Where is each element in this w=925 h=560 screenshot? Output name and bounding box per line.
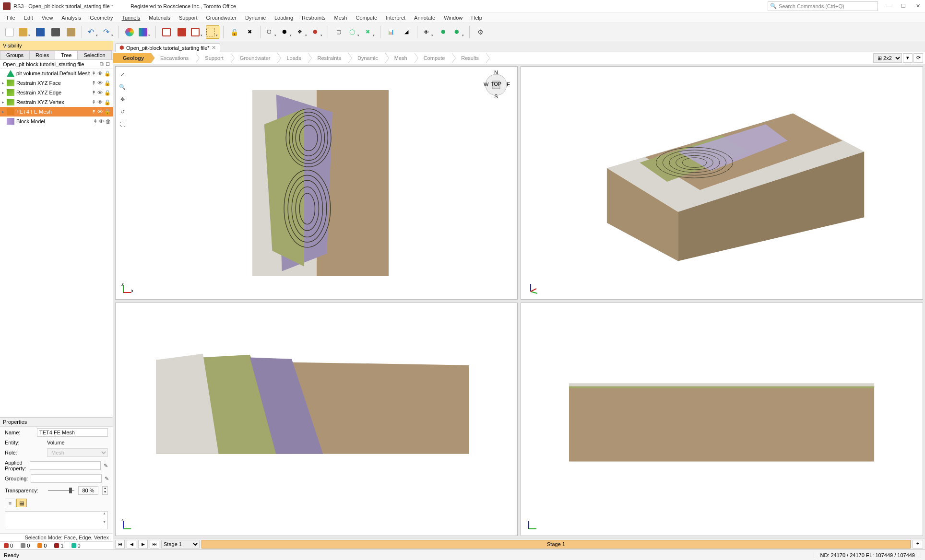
menu-restraints[interactable]: Restraints (298, 14, 330, 22)
list-view-toggle[interactable]: ≡ (5, 499, 15, 507)
tab-selection[interactable]: Selection (77, 50, 111, 59)
hex-2-button[interactable]: ⬢ (280, 25, 293, 39)
red-hex-button[interactable]: ⬢ (310, 25, 324, 39)
cube-solid-button[interactable] (175, 25, 189, 39)
tab-tree[interactable]: Tree (55, 50, 78, 59)
copy-icon[interactable]: ⧉ (100, 61, 104, 67)
menu-compute[interactable]: Compute (352, 14, 381, 22)
wf-compute[interactable]: Compute (414, 53, 452, 63)
menu-annotate[interactable]: Annotate (410, 14, 439, 22)
wf-restraints[interactable]: Restraints (308, 53, 348, 63)
minimize-button[interactable]: — (882, 0, 896, 12)
tree-item[interactable]: Block Model↟👁🗑 (0, 117, 113, 126)
compass-widget[interactable]: TOP N S W E (482, 70, 510, 99)
menu-interpret[interactable]: Interpret (382, 14, 409, 22)
remove-sel-button[interactable]: ✖ (243, 25, 256, 39)
stage-first-button[interactable]: ⏮ (115, 540, 125, 548)
stage-next-button[interactable]: ▶ (138, 540, 148, 548)
lock-sel-button[interactable]: 🔒 (227, 25, 241, 39)
tilt-button[interactable]: ◢ (400, 25, 413, 39)
hex-1-button[interactable]: ⬡ (264, 25, 278, 39)
cube-g2-button[interactable]: ⬢ (452, 25, 465, 39)
name-input[interactable] (37, 428, 108, 437)
menu-tunnels[interactable]: Tunnels (118, 14, 144, 22)
menu-analysis[interactable]: Analysis (58, 14, 85, 22)
wf-loads[interactable]: Loads (277, 53, 308, 63)
extent-icon[interactable]: ⛶ (118, 119, 127, 129)
x-button[interactable]: ✖ (363, 25, 376, 39)
menu-geometry[interactable]: Geometry (86, 14, 117, 22)
tree-item[interactable]: pit volume-tutorial.Default.Mesh↟👁🔒 (0, 69, 113, 78)
viewport-top[interactable]: ⤢ 🔍 ✥ ↺ ⛶ (115, 66, 518, 300)
wf-excavations[interactable]: Excavations (151, 53, 195, 63)
wf-groundwater[interactable]: Groundwater (230, 53, 277, 63)
box-button[interactable]: ▢ (332, 25, 345, 39)
menu-edit[interactable]: Edit (20, 14, 37, 22)
menu-window[interactable]: Window (440, 14, 466, 22)
viewport-section-1[interactable]: z (115, 303, 518, 536)
viewport-layout-select[interactable]: ⊞ 2x2 (873, 53, 902, 63)
gradient-button[interactable] (138, 25, 152, 39)
document-tab[interactable]: ⬢ Open_pit-block tutorial_starting file*… (115, 43, 220, 52)
zoom-fit-icon[interactable]: ⤢ (118, 70, 127, 79)
rotate-icon[interactable]: ↺ (118, 107, 127, 117)
wf-support[interactable]: Support (195, 53, 230, 63)
transparency-slider[interactable] (48, 490, 74, 491)
open-button[interactable] (18, 25, 32, 39)
eye-button[interactable]: 👁 (421, 25, 435, 39)
add-stage-button[interactable]: + (913, 540, 923, 548)
menu-help[interactable]: Help (467, 14, 486, 22)
new-file-button[interactable] (3, 25, 16, 39)
wf-results[interactable]: Results (451, 53, 486, 63)
save-button[interactable] (34, 25, 47, 39)
stage-select[interactable]: Stage 1 (161, 540, 200, 548)
zoom-icon[interactable]: 🔍 (118, 82, 127, 92)
menu-dynamic[interactable]: Dynamic (241, 14, 270, 22)
menu-loading[interactable]: Loading (271, 14, 297, 22)
add-green-button[interactable]: ◯ (347, 25, 361, 39)
chart-button[interactable]: 📊 (384, 25, 398, 39)
refresh-button[interactable]: ⟳ (913, 53, 923, 63)
stage-bar[interactable]: Stage 1 (202, 540, 911, 548)
menu-view[interactable]: View (38, 14, 57, 22)
redo-button[interactable]: ↷ (101, 25, 115, 39)
maximize-button[interactable]: ☐ (896, 0, 911, 12)
color-palette-button[interactable] (123, 25, 136, 39)
command-search[interactable]: 🔍 Search Commands (Ctrl+Q) (768, 1, 878, 11)
edit-grouping-icon[interactable]: ✎ (105, 476, 109, 482)
cube-open-button[interactable] (190, 25, 204, 39)
stage-last-button[interactable]: ⏭ (150, 540, 159, 548)
applied-property-input[interactable] (30, 461, 101, 470)
print-button[interactable] (49, 25, 62, 39)
expand-icon[interactable]: ⊟ (106, 61, 110, 67)
menu-groundwater[interactable]: Groundwater (202, 14, 241, 22)
card-view-toggle[interactable]: ▤ (16, 499, 27, 507)
tree-item[interactable]: ▸Restrain XYZ Edge↟👁🔒 (0, 88, 113, 97)
close-button[interactable]: ✕ (911, 0, 925, 12)
grouping-input[interactable] (31, 474, 102, 483)
menu-materials[interactable]: Materials (145, 14, 174, 22)
undo-button[interactable]: ↶ (86, 25, 99, 39)
clipboard-button[interactable] (64, 25, 78, 39)
menu-support[interactable]: Support (175, 14, 202, 22)
tab-roles[interactable]: Roles (29, 50, 55, 59)
cube-wire-button[interactable] (160, 25, 173, 39)
tree-item[interactable]: ▸TET4 FE Mesh↟👁🔒 (0, 107, 113, 117)
gear-button[interactable]: ⚙ (474, 25, 487, 39)
viewport-iso[interactable] (521, 66, 923, 300)
select-button[interactable] (206, 25, 219, 39)
wf-geology[interactable]: Geology (113, 53, 151, 63)
layout-dropdown-button[interactable]: ▾ (903, 53, 913, 63)
pan-icon[interactable]: ✥ (118, 94, 127, 104)
transparency-spinner[interactable]: ▲▼ (102, 486, 108, 495)
cube-g1-button[interactable]: ⬢ (437, 25, 450, 39)
stage-prev-button[interactable]: ◀ (127, 540, 136, 548)
tree-item[interactable]: ▸Restrain XYZ Vertex↟👁🔒 (0, 97, 113, 107)
tab-groups[interactable]: Groups (0, 50, 30, 59)
wf-dynamic[interactable]: Dynamic (348, 53, 385, 63)
layers-button[interactable]: ❖ (295, 25, 308, 39)
menu-mesh[interactable]: Mesh (331, 14, 351, 22)
tree-item[interactable]: ▸Restrain XYZ Face↟👁🔒 (0, 78, 113, 88)
close-doc-icon[interactable]: ✕ (212, 45, 216, 51)
edit-applied-icon[interactable]: ✎ (104, 463, 108, 469)
